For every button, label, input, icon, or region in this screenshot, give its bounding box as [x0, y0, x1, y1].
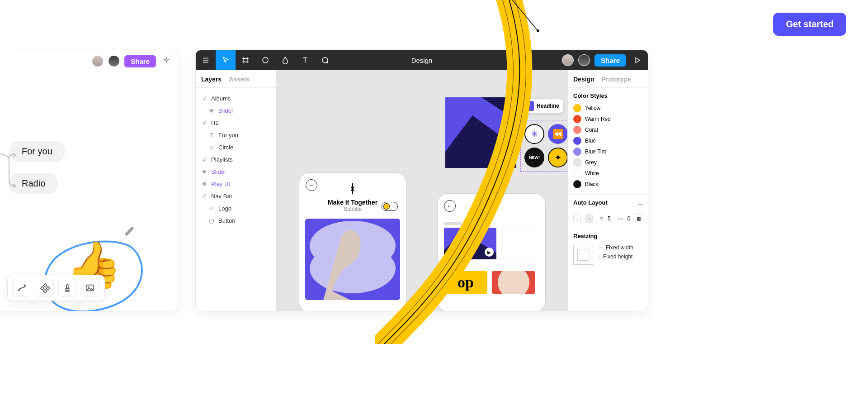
color-style-row[interactable]: Coral: [573, 124, 642, 135]
image-tool-icon[interactable]: [81, 279, 99, 297]
pencil-icon: [124, 224, 136, 236]
layer-label: Albums: [211, 95, 231, 102]
sticker-new-badge[interactable]: NEW!: [524, 148, 544, 167]
svg-point-11: [537, 29, 539, 32]
artboard-player[interactable]: ← ᚼ Make It Together Subtitle: [299, 172, 406, 311]
alignment-icon[interactable]: ▦: [635, 214, 642, 223]
layer-item[interactable]: #Nav Bar: [196, 190, 276, 202]
resize-preview-icon[interactable]: [573, 245, 593, 265]
layer-item[interactable]: #Albums: [196, 92, 276, 105]
color-style-row[interactable]: Black: [573, 179, 642, 190]
layer-item[interactable]: ○Logo: [196, 202, 276, 215]
svg-rect-2: [41, 287, 44, 290]
tag-label: Headline: [537, 103, 559, 109]
layer-item[interactable]: TFor you: [196, 129, 276, 141]
track-list: ▶ op: [438, 217, 545, 297]
swatch-icon: [573, 126, 581, 134]
widgets-tool-icon[interactable]: [36, 279, 54, 297]
direction-horizontal-icon[interactable]: →: [585, 214, 593, 223]
artboard-library[interactable]: ← ᚼ ▶ op: [437, 193, 546, 311]
toggle[interactable]: [382, 202, 398, 211]
color-style-row[interactable]: Grey: [573, 157, 642, 168]
skeleton-line: [444, 222, 462, 225]
height-mode[interactable]: ↕Fixed height: [598, 252, 633, 261]
figjam-toolbar: [7, 275, 105, 301]
avatar: [108, 55, 120, 67]
app-logo-icon: ᚼ: [299, 182, 406, 196]
gap-value[interactable]: 5: [608, 215, 611, 222]
layer-label: Playlists: [211, 156, 233, 163]
stamp-tool-icon[interactable]: [58, 279, 76, 297]
track-thumb-empty[interactable]: [501, 228, 535, 259]
tab-design[interactable]: Design: [573, 76, 594, 83]
tab-prototype[interactable]: Prototype: [602, 76, 631, 83]
section-title: Auto Layout: [573, 199, 608, 206]
color-style-row[interactable]: Warm Red: [573, 114, 642, 124]
share-button[interactable]: Share: [124, 55, 156, 67]
share-button[interactable]: Share: [594, 54, 626, 67]
connector-lines: [0, 149, 23, 194]
layer-item[interactable]: #Playlists: [196, 153, 276, 166]
color-style-row[interactable]: Yellow: [573, 103, 642, 114]
layer-item[interactable]: ▢Button: [196, 215, 276, 227]
menu-icon[interactable]: [196, 50, 216, 70]
resizing-section: Resizing ↔Fixed width ↕Fixed height: [568, 228, 648, 271]
tab-layers[interactable]: Layers: [201, 76, 222, 83]
layers-panel: Layers Assets #Albums ❖Slider #H2 TFor y…: [196, 70, 276, 311]
svg-line-12: [511, 0, 537, 30]
play-icon[interactable]: ▶: [485, 248, 494, 257]
album-tile[interactable]: op: [444, 271, 487, 294]
swatch-icon: [573, 169, 581, 177]
sticker-group[interactable]: ✳ ⏪ NEW! ✦: [520, 120, 567, 172]
layer-label: For you: [218, 132, 238, 139]
toggle-knob: [383, 203, 390, 210]
color-label: Blue Tint: [585, 148, 606, 155]
text-tool-icon[interactable]: [295, 50, 315, 70]
svg-rect-3: [46, 287, 50, 290]
app-toolbar: Design Share: [196, 50, 648, 70]
color-style-row[interactable]: White: [573, 168, 642, 179]
frame-tool-icon[interactable]: [236, 50, 255, 70]
move-tool-icon[interactable]: [216, 50, 236, 70]
layer-item[interactable]: ❖Slider: [196, 105, 276, 117]
sticker-sparkle-icon[interactable]: ✦: [548, 148, 567, 167]
connector-tool-icon[interactable]: [13, 279, 31, 297]
swatch-icon: [573, 137, 581, 145]
canvas-shape[interactable]: [445, 97, 516, 168]
layer-item[interactable]: ❖Play UI: [196, 178, 276, 190]
present-icon[interactable]: [631, 50, 644, 70]
color-style-row[interactable]: Blue Tint: [573, 146, 642, 157]
section-title: Color Styles: [573, 92, 642, 99]
color-label: Coral: [585, 127, 598, 133]
tab-assets[interactable]: Assets: [229, 76, 250, 83]
album-art[interactable]: [305, 219, 400, 300]
color-label: Grey: [585, 159, 597, 166]
width-mode[interactable]: ↔Fixed width: [598, 243, 633, 252]
color-style-row[interactable]: Blue: [573, 135, 642, 146]
sticker-star-icon[interactable]: ✳: [524, 124, 544, 144]
direction-vertical-icon[interactable]: ↓: [573, 214, 581, 223]
color-label: White: [585, 170, 599, 177]
layer-item[interactable]: ○Circle: [196, 141, 276, 153]
layer-item[interactable]: ❖Slider: [196, 166, 276, 178]
swatch-icon: [573, 180, 581, 188]
layer-label: Slider: [211, 168, 226, 175]
canvas[interactable]: Headline ✳ ⏪ NEW! ✦ ← ᚼ Make It Together…: [276, 70, 567, 311]
swatch-icon: [573, 115, 581, 123]
get-started-button[interactable]: Get started: [773, 13, 846, 36]
track-thumb[interactable]: ▶: [444, 228, 496, 259]
pen-tool-icon[interactable]: [275, 50, 295, 70]
sparkle-icon[interactable]: [160, 55, 172, 67]
layer-item[interactable]: #H2: [196, 117, 276, 129]
album-tile[interactable]: [492, 271, 535, 294]
avatar: [578, 54, 590, 66]
sticker-rewind-icon[interactable]: ⏪: [548, 124, 567, 144]
swatch-icon: [573, 104, 581, 112]
ellipse-tool-icon[interactable]: [255, 50, 275, 70]
auto-layout-section: Auto Layout − ↓ → ≡5 ▭0 ▦: [568, 195, 648, 228]
comment-tool-icon[interactable]: [315, 50, 335, 70]
remove-icon[interactable]: −: [638, 201, 642, 209]
headline-tag[interactable]: Headline: [520, 99, 563, 113]
prop-label: Fixed width: [606, 244, 633, 251]
padding-value[interactable]: 0: [627, 215, 631, 222]
